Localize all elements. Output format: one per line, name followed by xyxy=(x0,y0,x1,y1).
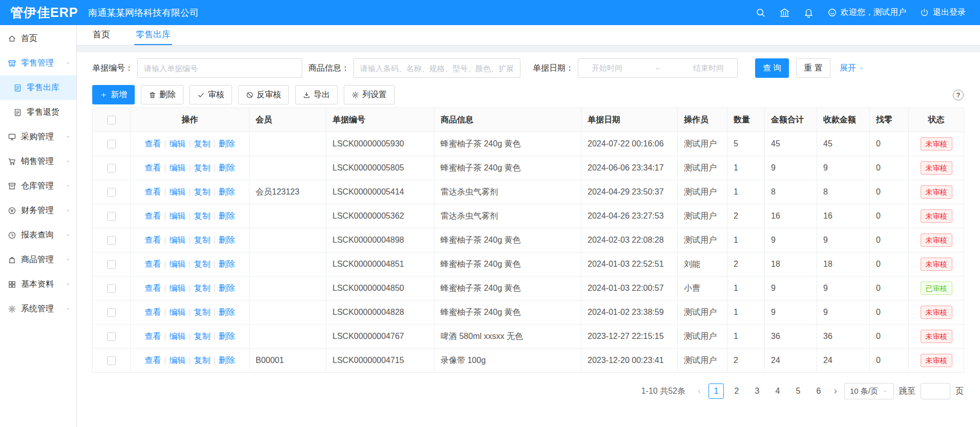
button-label: 列设置 xyxy=(362,90,387,100)
edit-link[interactable]: 编辑 xyxy=(169,163,185,172)
sidebar-item-warehouse[interactable]: 仓库管理 xyxy=(0,174,76,198)
bill-no-input[interactable] xyxy=(137,58,302,78)
archive-icon xyxy=(8,182,16,190)
copy-link[interactable]: 复制 xyxy=(194,236,211,244)
page-number-button[interactable]: 1 xyxy=(708,383,724,399)
delete-link[interactable]: 删除 xyxy=(219,284,235,292)
sidebar-item-retail[interactable]: 零售管理 xyxy=(0,51,76,75)
row-checkbox[interactable] xyxy=(107,140,116,148)
row-checkbox[interactable] xyxy=(107,236,116,245)
product-info-input[interactable] xyxy=(353,58,520,78)
view-link[interactable]: 查看 xyxy=(144,356,161,365)
page-size-select[interactable]: 10 条/页 xyxy=(844,383,894,399)
jump-page-input[interactable] xyxy=(921,383,950,399)
row-checkbox[interactable] xyxy=(107,212,116,221)
sidebar-item-retail-return[interactable]: 零售退货 xyxy=(0,100,76,124)
edit-link[interactable]: 编辑 xyxy=(169,139,185,148)
edit-link[interactable]: 编辑 xyxy=(169,356,185,365)
export-button[interactable]: 导出 xyxy=(295,85,338,104)
row-checkbox[interactable] xyxy=(107,164,116,173)
search-icon[interactable] xyxy=(755,7,766,18)
tab-retail-outbound[interactable]: 零售出库 xyxy=(134,25,172,45)
delete-link[interactable]: 删除 xyxy=(219,163,235,172)
cell-member xyxy=(249,204,326,228)
delete-link[interactable]: 删除 xyxy=(219,211,235,220)
bank-icon[interactable] xyxy=(779,7,790,18)
row-checkbox[interactable] xyxy=(107,284,116,293)
copy-link[interactable]: 复制 xyxy=(194,356,211,365)
sidebar-item-retail-outbound[interactable]: 零售出库 xyxy=(0,75,76,100)
bell-icon[interactable] xyxy=(803,7,814,18)
copy-link[interactable]: 复制 xyxy=(194,163,211,172)
page-number-button[interactable]: 6 xyxy=(811,383,826,399)
row-checkbox[interactable] xyxy=(107,260,116,269)
edit-link[interactable]: 编辑 xyxy=(169,308,185,316)
page-number-button[interactable]: 5 xyxy=(790,383,806,399)
edit-link[interactable]: 编辑 xyxy=(169,332,185,340)
sidebar-item-basic-data[interactable]: 基本资料 xyxy=(0,272,76,296)
help-icon[interactable]: ? xyxy=(953,90,964,100)
reset-button[interactable]: 重 置 xyxy=(796,58,830,78)
delete-link[interactable]: 删除 xyxy=(219,187,235,196)
add-button[interactable]: 新增 xyxy=(92,85,135,104)
tab-home[interactable]: 首页 xyxy=(91,25,112,45)
copy-link[interactable]: 复制 xyxy=(194,187,211,196)
expand-link[interactable]: 展开 xyxy=(840,63,865,74)
view-link[interactable]: 查看 xyxy=(144,163,161,172)
delete-link[interactable]: 删除 xyxy=(219,236,235,244)
sidebar-item-system[interactable]: 系统管理 xyxy=(0,296,76,321)
delete-link[interactable]: 删除 xyxy=(219,139,235,148)
edit-link[interactable]: 编辑 xyxy=(169,211,185,220)
view-link[interactable]: 查看 xyxy=(144,236,161,244)
row-checkbox[interactable] xyxy=(107,356,116,365)
date-range-input[interactable]: 开始时间 ~ 结束时间 xyxy=(578,58,738,78)
edit-link[interactable]: 编辑 xyxy=(169,236,185,244)
page-number-button[interactable]: 2 xyxy=(729,383,744,399)
row-checkbox[interactable] xyxy=(107,332,116,341)
copy-link[interactable]: 复制 xyxy=(194,139,211,148)
sidebar-item-purchase[interactable]: 采购管理 xyxy=(0,124,76,149)
view-link[interactable]: 查看 xyxy=(144,187,161,196)
page-number-button[interactable]: 4 xyxy=(770,383,785,399)
delete-link[interactable]: 删除 xyxy=(219,332,235,340)
sidebar-item-reports[interactable]: 报表查询 xyxy=(0,223,76,247)
copy-link[interactable]: 复制 xyxy=(194,284,211,292)
delete-link[interactable]: 删除 xyxy=(219,308,235,316)
delete-link[interactable]: 删除 xyxy=(219,356,235,365)
row-checkbox[interactable] xyxy=(107,308,116,317)
view-link[interactable]: 查看 xyxy=(144,308,161,316)
next-page-button[interactable] xyxy=(831,388,839,395)
status-badge: 未审核 xyxy=(921,185,952,199)
cell-status: 未审核 xyxy=(909,180,964,204)
audit-button[interactable]: 审核 xyxy=(190,85,232,104)
copy-link[interactable]: 复制 xyxy=(194,260,211,268)
column-settings-button[interactable]: 列设置 xyxy=(344,85,394,104)
page-number-button[interactable]: 3 xyxy=(749,383,765,399)
view-link[interactable]: 查看 xyxy=(144,284,161,292)
delete-link[interactable]: 删除 xyxy=(219,260,235,268)
view-link[interactable]: 查看 xyxy=(144,260,161,268)
view-link[interactable]: 查看 xyxy=(144,211,161,220)
row-checkbox[interactable] xyxy=(107,188,116,197)
view-link[interactable]: 查看 xyxy=(144,332,161,340)
prev-page-button[interactable] xyxy=(696,388,703,395)
copy-link[interactable]: 复制 xyxy=(194,332,211,340)
search-button[interactable]: 查 询 xyxy=(755,58,789,78)
edit-link[interactable]: 编辑 xyxy=(169,284,185,292)
copy-link[interactable]: 复制 xyxy=(194,308,211,316)
sidebar-item-finance[interactable]: 财务管理 xyxy=(0,198,76,223)
logout-button[interactable]: 退出登录 xyxy=(920,7,966,18)
edit-link[interactable]: 编辑 xyxy=(169,260,185,268)
copy-link[interactable]: 复制 xyxy=(194,211,211,220)
sidebar-item-goods[interactable]: 商品管理 xyxy=(0,247,76,272)
unaudit-button[interactable]: 反审核 xyxy=(238,85,289,104)
cell-date: 2024-01-03 22:00:57 xyxy=(581,276,678,301)
sidebar-item-sales[interactable]: 销售管理 xyxy=(0,149,76,174)
action-separator: | xyxy=(214,139,216,148)
delete-button[interactable]: 删除 xyxy=(141,85,183,104)
welcome-user[interactable]: 欢迎您，测试用户 xyxy=(827,7,906,18)
view-link[interactable]: 查看 xyxy=(144,139,161,148)
sidebar-item-home[interactable]: 首页 xyxy=(0,26,76,51)
select-all-checkbox[interactable] xyxy=(107,116,116,124)
edit-link[interactable]: 编辑 xyxy=(169,187,185,196)
